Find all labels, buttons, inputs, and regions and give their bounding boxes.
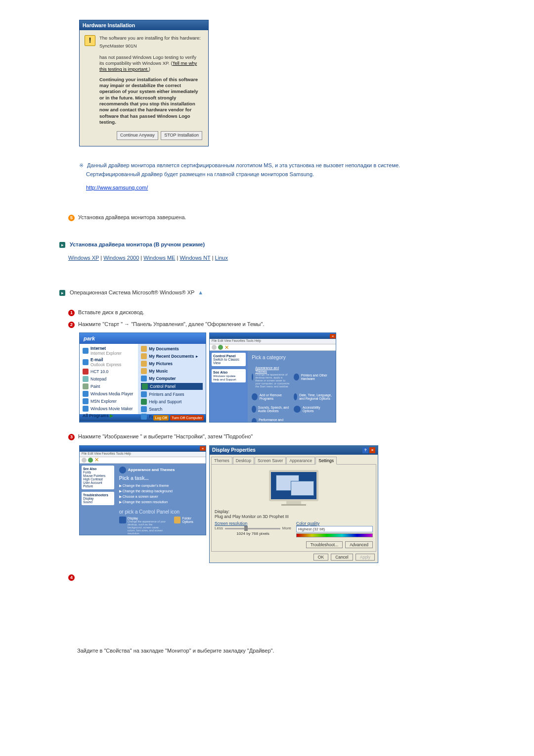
os-heading-text: Операционная Система Microsoft® Windows®… (70, 289, 194, 295)
addremove-icon (252, 393, 257, 400)
os-link-linux[interactable]: Linux (215, 255, 228, 261)
search-icon (141, 406, 147, 412)
dp-res-label: Screen resolution (215, 521, 291, 526)
close-icon: × (330, 334, 336, 338)
top-icon[interactable]: ▲ (198, 288, 203, 297)
notepad-icon (83, 376, 89, 382)
dp-color-label: Color quality (296, 521, 373, 526)
dialog-device: SyncMaster 901N (99, 43, 202, 49)
pick-task-heading: Pick a task... (119, 475, 203, 481)
advanced-button[interactable]: Advanced (345, 541, 373, 548)
warning-icon: ! (85, 35, 95, 46)
wmm-icon (83, 406, 89, 412)
os-link-2000[interactable]: Windows 2000 (103, 255, 139, 261)
sounds-icon (252, 406, 256, 413)
hct-icon (83, 369, 89, 375)
manual-heading: Установка драйвера монитора (В ручном ре… (70, 241, 205, 247)
tab-screensaver: Screen Saver (255, 457, 286, 464)
ie-icon (83, 348, 89, 354)
control-panel-screenshot: × File Edit View Favorites Tools Help ✕ … (209, 332, 336, 423)
troubleshoot-button[interactable]: Troubleshoot... (306, 541, 343, 548)
folder-icon (141, 353, 147, 359)
start-button: start (82, 423, 96, 423)
stop-installation-button[interactable]: STOP Installation (161, 131, 202, 140)
ok-button[interactable]: OK (313, 554, 328, 561)
note-line1: Данный драйвер монитора является сертифи… (87, 162, 400, 168)
appearance-themes-screenshot: × File Edit View Favorites Tools Help ✕ … (79, 445, 206, 535)
step-5-text: Установка драйвера монитора завершена. (78, 214, 186, 220)
tab-settings: Settings (315, 457, 337, 465)
computer-icon (141, 376, 147, 381)
datetime-icon (294, 393, 297, 400)
logoff-button: Log Off (153, 415, 168, 421)
os-link-nt[interactable]: Windows NT (179, 255, 210, 261)
note-line2: Сертифицированный драйвер будет размещен… (86, 170, 314, 179)
folder-icon (141, 361, 147, 367)
dp-display-value: Plug and Play Monitor on 3D Prophet III (215, 514, 373, 519)
os-link-me[interactable]: Windows ME (143, 255, 175, 261)
performance-icon (252, 418, 257, 423)
step-2-marker: 2 (68, 322, 75, 328)
pick-category-heading: Pick a category (252, 355, 332, 360)
dialog-bold-warning: Continuing your installation of this sof… (99, 77, 202, 126)
cancel-button[interactable]: Cancel (331, 554, 353, 561)
accessibility-icon (294, 406, 301, 413)
dialog-text1: The software you are installing for this… (99, 35, 202, 41)
tab-appearance: Appearance (286, 457, 315, 464)
help-icon (141, 399, 147, 405)
wmp-icon (83, 391, 89, 397)
step-3-text: Нажмите "Изображение " и выберите "Настр… (78, 433, 253, 439)
help-icon: ? (362, 447, 368, 453)
step-1-marker: 1 (68, 310, 75, 316)
arrow-icon: ▸ (59, 290, 65, 296)
folder-icon (141, 368, 147, 374)
color-quality-select[interactable]: Highest (32 bit) (296, 526, 373, 532)
tab-themes: Themes (211, 457, 232, 464)
printers-icon (294, 374, 299, 380)
display-icon (119, 517, 126, 523)
or-pick-heading: or pick a Control Panel icon (119, 509, 203, 515)
continue-anyway-button[interactable]: Continue Anyway (117, 131, 158, 140)
at-menubar: File Edit View Favorites Tools Help (80, 452, 206, 457)
apply-button[interactable]: Apply (356, 554, 375, 561)
resolution-slider[interactable]: Less More (215, 526, 291, 530)
cp-menubar: File Edit View Favorites Tools Help (210, 339, 336, 344)
folder-icon (141, 346, 147, 352)
step-5-marker: 5 (68, 215, 75, 221)
arrow-icon: ▸ (59, 242, 65, 248)
tab-desktop: Desktop (233, 457, 254, 464)
msn-icon (83, 398, 89, 404)
control-panel-icon (142, 383, 148, 389)
dialog-text2c: ) (149, 66, 150, 72)
themes-icon (119, 467, 126, 473)
step-2-text: Нажмите "Старт " → "Панель Управления", … (78, 321, 264, 327)
dp-title: Display Properties (212, 447, 256, 453)
hardware-install-dialog: Hardware Installation ! The software you… (79, 20, 209, 146)
mail-icon (83, 359, 89, 365)
dp-res-value: 1024 by 768 pixels (215, 531, 291, 536)
turnoff-button: Turn Off Computer (170, 415, 204, 421)
start-menu-screenshot: park InternetInternet Explorer E-mailOut… (79, 332, 206, 423)
display-properties-dialog: Display Properties ?× Themes Desktop Scr… (209, 445, 378, 563)
dp-display-label: Display: (215, 509, 373, 514)
dialog-title: Hardware Installation (80, 20, 208, 30)
samsung-link[interactable]: http://www.samsung.com/ (86, 185, 148, 190)
step-4-text: Зайдите в "Свойства" на закладке "Монито… (77, 648, 274, 654)
run-icon (141, 414, 147, 420)
close-icon: × (200, 446, 206, 451)
step-4-marker: 4 (68, 574, 75, 581)
folder-options-icon (174, 517, 181, 523)
printers-icon (141, 391, 147, 397)
appearance-icon (252, 374, 253, 380)
close-icon: × (369, 447, 375, 453)
start-menu-user: park (80, 333, 206, 344)
os-link-xp[interactable]: Windows XP (68, 255, 99, 261)
step-1-text: Вставьте диск в дисковод. (78, 309, 144, 315)
note-bullet: ※ (79, 162, 84, 168)
paint-icon (83, 383, 89, 389)
step-3-marker: 3 (68, 434, 75, 440)
